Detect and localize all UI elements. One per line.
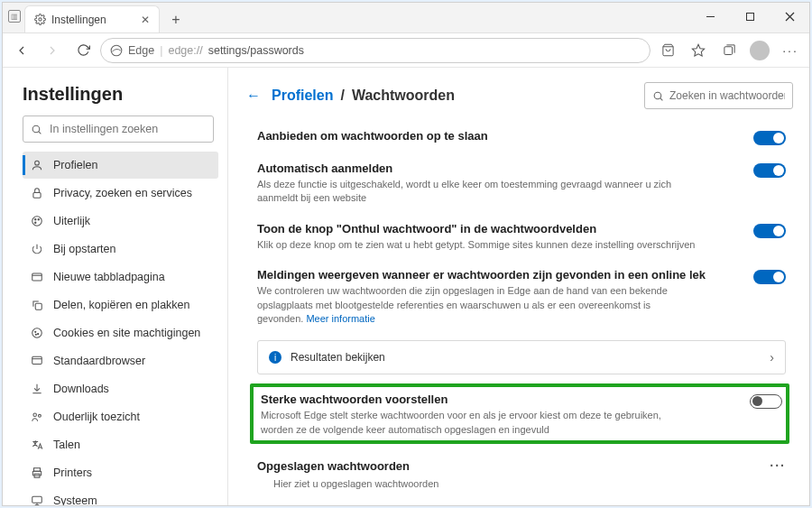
breadcrumb-back-icon[interactable]: ← bbox=[246, 88, 261, 104]
sidebar-item-label: Cookies en site machtigingen bbox=[53, 327, 200, 339]
lock-icon bbox=[30, 187, 44, 199]
favorites-icon[interactable] bbox=[685, 37, 712, 64]
setting-toggle[interactable] bbox=[753, 224, 786, 238]
sidebar-item-uiterlijk[interactable]: Uiterlijk bbox=[23, 208, 218, 235]
printer-icon bbox=[30, 466, 44, 479]
setting-row: Aanbieden om wachtwoorden op te slaan bbox=[246, 122, 793, 154]
address-bar[interactable]: Edge | edge://settings/passwords bbox=[100, 38, 651, 63]
svg-rect-24 bbox=[32, 356, 42, 364]
sidebar-item-cookies-en-site-machtigingen[interactable]: Cookies en site machtigingen bbox=[23, 319, 218, 346]
highlighted-setting: Sterke wachtwoorden voorstellen Microsof… bbox=[250, 383, 789, 444]
person-icon bbox=[30, 159, 44, 171]
svg-line-39 bbox=[660, 97, 663, 100]
close-window-button[interactable] bbox=[770, 3, 809, 30]
setting-toggle[interactable] bbox=[753, 270, 786, 284]
sidebar-search-input[interactable] bbox=[50, 123, 206, 135]
back-button[interactable] bbox=[8, 37, 35, 64]
svg-point-27 bbox=[33, 413, 37, 417]
breadcrumb-current: Wachtwoorden bbox=[352, 88, 455, 104]
svg-rect-29 bbox=[34, 468, 41, 472]
sidebar-item-label: Delen, kopiëren en plakken bbox=[53, 299, 190, 311]
info-icon: i bbox=[269, 351, 281, 364]
svg-rect-19 bbox=[35, 303, 42, 309]
more-options-icon[interactable]: ··· bbox=[770, 458, 786, 473]
svg-point-0 bbox=[39, 18, 42, 21]
maximize-button[interactable] bbox=[730, 3, 770, 30]
sidebar-item-label: Printers bbox=[53, 466, 92, 479]
sidebar-item-systeem[interactable]: Systeem bbox=[23, 487, 218, 505]
collections-icon[interactable] bbox=[715, 37, 743, 64]
minimize-button[interactable] bbox=[690, 3, 730, 30]
forward-button[interactable] bbox=[39, 37, 66, 64]
content-area: Instellingen ProfielenPrivacy, zoeken en… bbox=[3, 68, 809, 505]
sidebar-item-delen-kopi-ren-en-plakken[interactable]: Delen, kopiëren en plakken bbox=[23, 291, 218, 319]
sidebar-item-printers[interactable]: Printers bbox=[23, 459, 218, 486]
cookie-icon bbox=[30, 327, 44, 339]
setting-title: Meldingen weergeven wanneer er wachtwoor… bbox=[257, 268, 735, 282]
shopping-icon[interactable] bbox=[654, 37, 681, 64]
sidebar-item-bij-opstarten[interactable]: Bij opstarten bbox=[23, 236, 218, 263]
passwords-search[interactable] bbox=[644, 82, 793, 109]
header-row: ← Profielen / Wachtwoorden bbox=[246, 82, 793, 109]
saved-passwords-heading: Opgeslagen wachtwoorden ··· bbox=[246, 451, 793, 475]
sidebar-item-label: Downloads bbox=[53, 383, 109, 395]
address-path: settings/passwords bbox=[208, 44, 304, 57]
tab-icon bbox=[30, 271, 44, 283]
toolbar: Edge | edge://settings/passwords ··· bbox=[3, 33, 809, 68]
sidebar-item-label: Nieuwe tabbladpagina bbox=[53, 271, 165, 283]
sidebar-item-profielen[interactable]: Profielen bbox=[23, 152, 218, 179]
window-controls bbox=[690, 3, 809, 30]
sidebar-item-standaardbrowser[interactable]: Standaardbrowser bbox=[23, 347, 218, 374]
sidebar-item-label: Talen bbox=[53, 439, 80, 451]
breadcrumb: ← Profielen / Wachtwoorden bbox=[246, 88, 455, 104]
never-saved-heading: Nooit opgeslagen bbox=[246, 496, 793, 505]
setting-title: Toon de knop "Onthul wachtwoord" in de w… bbox=[257, 222, 732, 236]
sidebar-item-label: Systeem bbox=[53, 494, 97, 505]
svg-rect-17 bbox=[32, 273, 42, 281]
setting-description: Klik op deze knop om te zien wat u hebt … bbox=[257, 238, 732, 252]
setting-toggle[interactable] bbox=[753, 131, 786, 145]
svg-rect-2 bbox=[746, 13, 753, 20]
setting-row: Automatisch aanmeldenAls deze functie is… bbox=[246, 154, 793, 215]
sidebar-item-downloads[interactable]: Downloads bbox=[23, 375, 218, 402]
sidebar-item-label: Privacy, zoeken en services bbox=[53, 187, 192, 199]
browser-icon bbox=[30, 355, 44, 367]
svg-point-16 bbox=[35, 222, 36, 223]
setting-row: Meldingen weergeven wanneer er wachtwoor… bbox=[246, 261, 793, 335]
svg-point-20 bbox=[32, 328, 42, 338]
lang-icon bbox=[30, 439, 44, 451]
sidebar-item-ouderlijk-toezicht[interactable]: Ouderlijk toezicht bbox=[23, 403, 218, 430]
passwords-search-input[interactable] bbox=[669, 89, 785, 102]
power-icon bbox=[30, 243, 44, 255]
sidebar-item-nieuwe-tabbladpagina[interactable]: Nieuwe tabbladpagina bbox=[23, 263, 218, 291]
breadcrumb-parent[interactable]: Profielen bbox=[272, 88, 333, 104]
svg-line-10 bbox=[39, 131, 42, 134]
sidebar-search[interactable] bbox=[23, 115, 214, 143]
svg-rect-32 bbox=[32, 496, 42, 503]
svg-rect-8 bbox=[724, 47, 732, 55]
svg-point-23 bbox=[35, 334, 36, 335]
tab-actions-icon[interactable]: ▥ bbox=[8, 10, 21, 23]
new-tab-button[interactable]: + bbox=[163, 7, 189, 32]
share-icon bbox=[30, 299, 44, 311]
more-info-link[interactable]: Meer informatie bbox=[306, 313, 374, 324]
family-icon bbox=[30, 411, 44, 423]
setting-description: Microsoft Edge stelt sterke wachtwoorden… bbox=[261, 409, 732, 437]
refresh-button[interactable] bbox=[69, 37, 97, 64]
browser-tab[interactable]: Instellingen ✕ bbox=[24, 5, 160, 32]
sidebar-item-talen[interactable]: Talen bbox=[23, 431, 218, 458]
sidebar-item-privacy-zoeken-en-services[interactable]: Privacy, zoeken en services bbox=[23, 180, 218, 207]
svg-point-22 bbox=[38, 334, 39, 335]
setting-description: Als deze functie is uitgeschakeld, wordt… bbox=[257, 178, 735, 206]
setting-toggle[interactable] bbox=[753, 163, 786, 178]
profile-avatar[interactable] bbox=[746, 37, 773, 64]
menu-button[interactable]: ··· bbox=[777, 37, 804, 64]
sidebar-item-label: Ouderlijk toezicht bbox=[53, 411, 140, 423]
svg-marker-7 bbox=[692, 44, 704, 56]
edge-logo-icon bbox=[110, 44, 123, 57]
close-tab-icon[interactable]: ✕ bbox=[141, 14, 150, 26]
settings-sidebar: Instellingen ProfielenPrivacy, zoeken en… bbox=[3, 68, 228, 505]
address-scheme: edge:// bbox=[168, 44, 202, 57]
results-infobox[interactable]: i Resultaten bekijken › bbox=[257, 340, 786, 374]
toggle-strong-passwords[interactable] bbox=[750, 394, 782, 409]
